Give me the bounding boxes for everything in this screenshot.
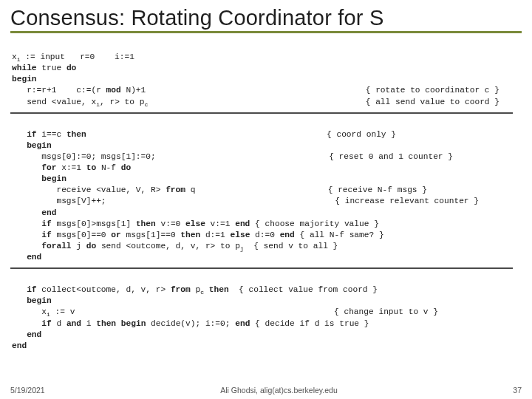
code-block-2: if i==c then{ coord only } begin msgs[0]… [10,118,522,263]
divider [10,112,513,114]
code-line: while true do [12,64,76,72]
comment: { send v to all } [244,242,338,250]
comment: { receive N-f msgs } [328,185,522,196]
code-line: if msgs[0]==0 or msgs[1]==0 then d:=1 el… [12,231,384,239]
code-line: begin [12,141,52,150]
code-block-1: xi := input r=0 i:=1 while true do begin… [10,41,522,108]
code-line: receive <value, V, R> from q{ receive N-… [12,185,195,194]
code-line: forall j do send <outcome, d, v, r> to p… [12,242,338,250]
comment: { coord only } [327,129,522,140]
code-line: if i==c then{ coord only } [12,130,86,139]
code-line: if msgs[0]>msgs[1] then v:=0 else v:=1 e… [12,219,379,228]
comment: { increase relevant counter } [335,196,522,207]
code-line: msgs[0]:=0; msgs[1]:=0;{ reset 0 and 1 c… [12,152,156,161]
footer-page: 37 [513,386,522,395]
code-line: end [12,208,56,217]
code-line: send <value, xi, r> to pc{ all send valu… [12,98,148,106]
comment: { change input to v } [334,307,522,318]
code-line: xi := v{ change input to v } [12,307,75,316]
code-line: begin [12,296,52,305]
comment: { all send value to coord } [366,97,522,108]
code-line: end [12,330,41,339]
code-line: if collect<outcome, d, v, r> from pc the… [12,285,378,294]
comment: { rotate to coordinator c } [366,85,522,96]
code-block-3: if collect<outcome, d, v, r> from pc the… [10,273,522,352]
code-line: begin [12,75,37,83]
comment: { collect value from coord } [229,285,378,294]
code-line: for x:=1 to N-f do [12,163,131,172]
footer: 5/19/2021 Ali Ghodsi, alig(at)cs.berkele… [10,386,522,395]
code-line: begin [12,174,66,183]
comment: { reset 0 and 1 counter } [329,151,522,163]
footer-date: 5/19/2021 [10,386,45,395]
footer-author: Ali Ghodsi, alig(at)cs.berkeley.edu [220,386,338,395]
slide: Consensus: Rotating Coordinator for S xi… [0,0,532,399]
page-title: Consensus: Rotating Coordinator for S [10,6,522,33]
code-line: msgs[V]++;{ increase relevant counter } [12,197,106,205]
comment: { decide if d is true } [250,319,369,328]
code-line: end [12,341,27,350]
code-line: if d and i then begin decide(v); i:=0; e… [12,319,369,328]
code-line: xi := input r=0 i:=1 [12,52,134,61]
code-line: end [12,253,41,262]
code-line: r:=r+1 c:=(r mod N)+1{ rotate to coordin… [12,86,146,95]
comment: { all N-f same? } [295,231,384,239]
divider [10,267,513,269]
comment: { choose majority value } [250,219,379,228]
